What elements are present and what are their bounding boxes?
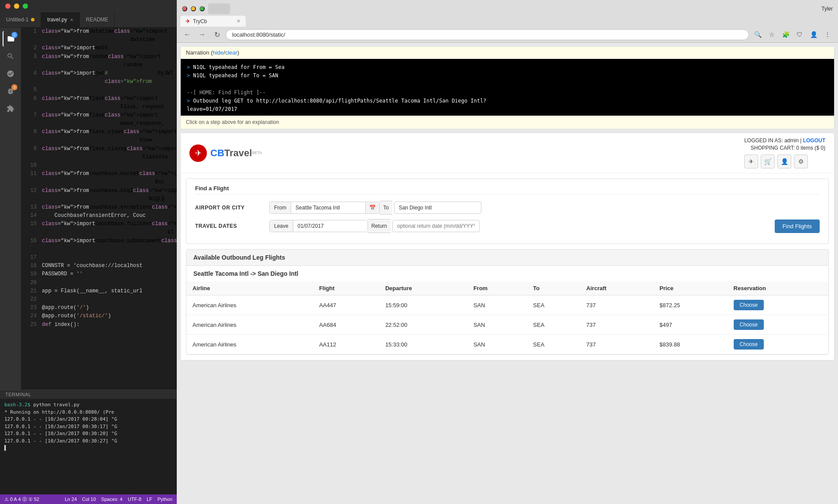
line-number: 25 xyxy=(24,321,37,329)
search-icon-btn[interactable]: 🔍 xyxy=(752,28,764,41)
cell-airline: American Airlines xyxy=(186,335,313,354)
line-content: def index(): xyxy=(42,321,79,329)
status-bar: ⚠ 0 A 4 ⓪ ① 52 Ln 24 Col 10 Spaces: 4 UT… xyxy=(0,494,177,504)
terminal-line: ▌ xyxy=(4,445,172,452)
explorer-icon[interactable]: 2 xyxy=(3,31,18,47)
col-to: To xyxy=(527,281,580,295)
line-content: class="kw">import xyxy=(42,237,95,254)
logout-link[interactable]: LOGOUT xyxy=(803,137,825,144)
window-close-btn[interactable] xyxy=(5,3,10,9)
flight-icon-btn[interactable]: ✈ xyxy=(744,154,758,168)
browser-back-btn[interactable]: ← xyxy=(181,28,193,41)
from-input[interactable] xyxy=(291,202,365,213)
window-max-btn[interactable] xyxy=(23,3,28,9)
col-departure: Departure xyxy=(379,281,467,295)
line-content: PASSWORD = '' xyxy=(42,270,83,278)
terminal-body[interactable]: bash-3.2$ python travel.py * Running on … xyxy=(0,399,177,455)
cart-icon-btn[interactable]: 🛒 xyxy=(761,154,775,168)
from-calendar-icon[interactable]: 📅 xyxy=(365,202,379,213)
tab-readme[interactable]: README xyxy=(80,12,115,27)
browser-max-btn[interactable] xyxy=(199,6,205,11)
tab-travel-close[interactable]: ✕ xyxy=(70,17,73,22)
to-input[interactable] xyxy=(394,202,481,214)
menu-icon-btn[interactable]: ⋮ xyxy=(821,28,834,41)
line-number: 7 xyxy=(24,111,37,128)
cell-reservation: Choose xyxy=(728,315,828,335)
code-line: 16class="kw">import couchbase.subdocumen… xyxy=(21,237,177,254)
choose-button[interactable]: Choose xyxy=(734,319,764,330)
narration-line xyxy=(187,80,828,88)
shield-icon-btn[interactable]: 🛡 xyxy=(793,28,806,41)
narration-header: Narration (hide/clear) xyxy=(181,47,834,59)
term-cmd: python travel.py xyxy=(33,402,79,408)
browser-content[interactable]: Narration (hide/clear) > N1QL typeahead … xyxy=(177,43,838,504)
leave-input[interactable] xyxy=(293,220,367,232)
tab-untitled[interactable]: Untitled-1 xyxy=(0,12,41,27)
line-content: class="kw">from xyxy=(42,53,89,69)
line-content: class="kw">import xyxy=(42,44,95,52)
tab-travel-label: travel.py xyxy=(47,17,67,23)
browser-min-btn[interactable] xyxy=(191,6,196,11)
cell-to: SEA xyxy=(527,315,580,335)
browser-tab-trycb[interactable]: ✈ TryCb ✕ xyxy=(180,16,246,27)
terminal-title: TERMINAL xyxy=(5,392,31,397)
code-line: 18CONNSTR = 'couchbase://localhost xyxy=(21,262,177,270)
table-row: American Airlines AA684 22:52:00 SAN SEA… xyxy=(186,315,828,335)
col-flight: Flight xyxy=(313,281,379,295)
url-bar[interactable] xyxy=(226,29,749,40)
line-number: 5 xyxy=(24,86,37,94)
code-editor[interactable]: 1class="kw">from datetime class="kw">imp… xyxy=(21,27,177,390)
terminal-line: bash-3.2$ python travel.py xyxy=(4,401,172,409)
extensions-icon[interactable] xyxy=(3,101,18,117)
window-controls xyxy=(0,0,177,12)
browser-forward-btn[interactable]: → xyxy=(196,28,208,41)
tab-travel-py[interactable]: travel.py ✕ xyxy=(41,12,79,27)
terminal-line: 127.0.0.1 - - [10/Jan/2017 00:30:17] "G xyxy=(4,423,172,431)
line-number: 21 xyxy=(24,287,37,295)
code-line: 2class="kw">import math xyxy=(21,44,177,52)
narration-hint: Click on a step above for an explanation xyxy=(181,116,834,129)
line-number: 3 xyxy=(24,53,37,69)
profile-icon-btn[interactable]: 👤 xyxy=(807,28,820,41)
bookmark-icon-btn[interactable]: ☆ xyxy=(766,28,778,41)
cell-flight: AA684 xyxy=(313,315,379,335)
line-number: 4 xyxy=(24,69,37,86)
dates-controls: Leave Return Find Flights xyxy=(269,219,820,233)
cell-reservation: Choose xyxy=(728,335,828,354)
terminal-line: 127.0.0.1 - - [10/Jan/2017 00:30:27] "G xyxy=(4,438,172,445)
choose-button[interactable]: Choose xyxy=(734,300,764,310)
terminal-header: TERMINAL xyxy=(0,390,177,399)
choose-button[interactable]: Choose xyxy=(734,339,764,350)
cell-price: $839.88 xyxy=(653,335,727,354)
code-line: 7class="kw">from flask class="kw">import… xyxy=(21,111,177,128)
return-input[interactable] xyxy=(392,220,480,232)
logged-in-text: LOGGED IN AS: admin | LOGOUT xyxy=(744,137,825,144)
extension-icon-btn[interactable]: 🧩 xyxy=(780,28,792,41)
window-min-btn[interactable] xyxy=(14,3,19,9)
cell-airline: American Airlines xyxy=(186,295,313,315)
line-content: class="kw">from xyxy=(42,27,89,44)
line-number: 15 xyxy=(24,220,37,237)
find-flights-button[interactable]: Find Flights xyxy=(775,219,820,233)
search-icon[interactable] xyxy=(3,48,18,64)
narration-hide-link[interactable]: hide xyxy=(213,49,223,56)
line-content: class="kw">import xyxy=(42,69,95,86)
table-row: American Airlines AA447 15:59:00 SAN SEA… xyxy=(186,295,828,315)
cell-from: SAN xyxy=(467,315,527,335)
browser-tab-close[interactable]: ✕ xyxy=(237,18,240,24)
from-label: From xyxy=(270,202,291,213)
results-section: Available Outbound Leg Flights Seattle T… xyxy=(186,249,829,355)
line-content xyxy=(42,254,45,262)
tab-untitled-label: Untitled-1 xyxy=(6,17,28,23)
settings-icon-btn[interactable]: ⚙ xyxy=(794,154,808,168)
browser-close-btn[interactable] xyxy=(182,6,187,11)
tab-readme-label: README xyxy=(86,17,108,23)
line-content: class="kw">import xyxy=(42,220,95,237)
debug-icon[interactable]: 3 xyxy=(3,83,18,99)
col-from: From xyxy=(467,281,527,295)
narration-clear-link[interactable]: clear xyxy=(225,49,237,56)
user-icon-btn[interactable]: 👤 xyxy=(777,154,791,168)
status-line-ending: LF xyxy=(147,497,152,502)
git-icon[interactable] xyxy=(3,66,18,82)
browser-refresh-btn[interactable]: ↻ xyxy=(211,28,223,41)
